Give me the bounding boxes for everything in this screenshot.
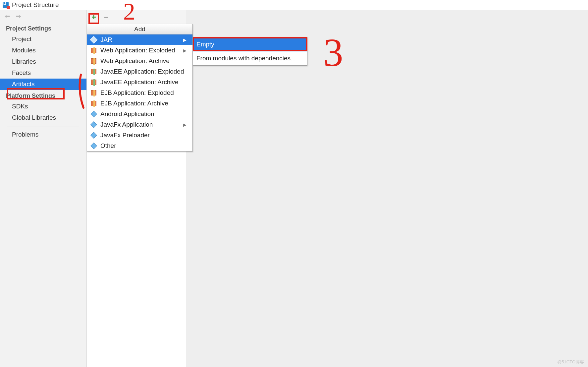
menu-item-ejb-archive[interactable]: EJB Application: Archive <box>87 98 192 109</box>
chevron-right-icon: ▶ <box>183 122 187 127</box>
menu-item-web-archive[interactable]: Web Application: Archive <box>87 56 192 66</box>
remove-artifact-button[interactable]: − <box>103 14 110 21</box>
menu-item-label: JavaFx Application <box>100 121 153 128</box>
intellij-icon <box>2 1 9 9</box>
artifacts-toolbar: + − <box>87 10 186 25</box>
menu-item-javafx-preloader[interactable]: JavaFx Preloader <box>87 130 192 141</box>
diamond-icon <box>90 121 97 128</box>
gift-icon <box>90 58 97 64</box>
menu-item-label: JAR <box>100 36 112 43</box>
menu-item-label: JavaFx Preloader <box>100 132 150 139</box>
jar-icon <box>90 36 97 43</box>
sidebar-item-facets[interactable]: Facets <box>0 67 86 79</box>
menu-item-label: Empty <box>196 41 214 48</box>
add-artifact-menu: Add JAR ▶ Web Application: Exploded ▶ We… <box>87 24 193 152</box>
menu-item-label: JavaEE Application: Archive <box>100 79 179 86</box>
sidebar-item-sdks[interactable]: SDKs <box>0 101 86 112</box>
menu-item-label: Web Application: Archive <box>100 57 170 65</box>
menu-item-label: JavaEE Application: Exploded <box>100 68 184 75</box>
sidebar-item-project[interactable]: Project <box>0 33 86 45</box>
sidebar-item-libraries[interactable]: Libraries <box>0 56 86 67</box>
menu-item-web-exploded[interactable]: Web Application: Exploded ▶ <box>87 45 192 56</box>
menu-item-label: Web Application: Exploded <box>100 47 175 54</box>
menu-item-ejb-exploded[interactable]: EJB Application: Exploded <box>87 88 192 98</box>
menu-item-label: EJB Application: Exploded <box>100 89 174 96</box>
sidebar-section-platform: Platform Settings <box>0 90 86 101</box>
add-artifact-button[interactable]: + <box>90 14 97 21</box>
chevron-right-icon: ▶ <box>183 48 187 53</box>
window-title: Project Structure <box>12 1 59 9</box>
gift-icon <box>90 79 97 86</box>
diamond-icon <box>90 111 97 117</box>
menu-item-label: From modules with dependencies... <box>196 55 296 62</box>
sidebar-item-modules[interactable]: Modules <box>0 45 86 56</box>
nav-forward-icon[interactable]: ➡ <box>16 13 21 20</box>
watermark: @51CTO博客 <box>557 359 584 365</box>
nav-back-icon[interactable]: ⬅ <box>5 13 10 20</box>
menu-item-label: Android Application <box>100 110 154 118</box>
gift-icon <box>90 68 97 75</box>
submenu-item-empty[interactable]: Empty <box>193 37 307 51</box>
diamond-icon <box>90 143 97 149</box>
sidebar-item-problems[interactable]: Problems <box>0 129 86 140</box>
menu-item-label: EJB Application: Archive <box>100 100 168 107</box>
menu-item-other[interactable]: Other <box>87 141 192 151</box>
sidebar-divider <box>7 127 79 127</box>
titlebar: Project Structure <box>0 0 588 10</box>
diamond-icon <box>90 132 97 139</box>
add-artifact-menu-header: Add <box>87 24 192 34</box>
submenu-item-from-modules[interactable]: From modules with dependencies... <box>193 51 307 65</box>
menu-item-javaee-exploded[interactable]: JavaEE Application: Exploded <box>87 66 192 77</box>
menu-item-javafx-app[interactable]: JavaFx Application ▶ <box>87 119 192 130</box>
menu-item-javaee-archive[interactable]: JavaEE Application: Archive <box>87 77 192 88</box>
jar-submenu: Empty From modules with dependencies... <box>193 37 307 66</box>
gift-icon <box>90 90 97 96</box>
menu-item-label: Other <box>100 142 116 150</box>
gift-icon <box>90 47 97 54</box>
menu-item-jar[interactable]: JAR ▶ <box>87 34 192 45</box>
menu-item-android[interactable]: Android Application <box>87 109 192 119</box>
sidebar-item-global-libraries[interactable]: Global Libraries <box>0 112 86 123</box>
sidebar-item-artifacts[interactable]: Artifacts <box>0 79 86 90</box>
sidebar: ⬅ ➡ Project Settings Project Modules Lib… <box>0 10 87 367</box>
gift-icon <box>90 100 97 107</box>
sidebar-section-project: Project Settings <box>0 23 86 33</box>
chevron-right-icon: ▶ <box>183 37 187 42</box>
